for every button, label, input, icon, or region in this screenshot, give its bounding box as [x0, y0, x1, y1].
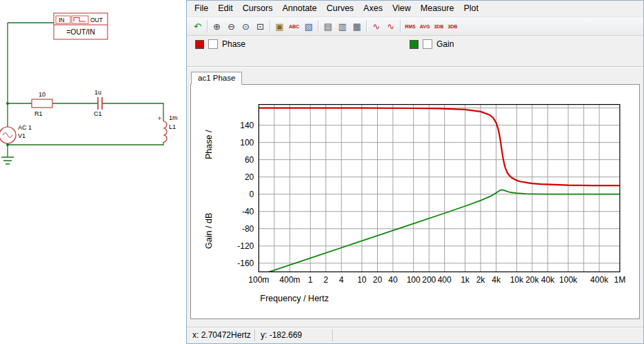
db3-first-button[interactable]: 3DB: [432, 19, 445, 34]
x-tick-label: 4: [339, 275, 344, 285]
capacitor-c1[interactable]: [98, 97, 102, 110]
menu-cursors[interactable]: Cursors: [238, 3, 278, 15]
zoom-rect-icon[interactable]: ⊡: [253, 19, 268, 34]
x-tick-label: 4k: [492, 275, 501, 285]
menu-bar: FileEditCursorsAnnotateCurvesAxesViewMea…: [187, 1, 643, 17]
screenshot-root: IN OUT =OUT/IN 10 R1 1u C1 1m L1 AC 1: [0, 0, 644, 344]
schematic-panel: IN OUT =OUT/IN 10 R1 1u C1 1m L1 AC 1: [0, 0, 186, 344]
x-tick-label: 40k: [541, 275, 555, 285]
x-tick-label: 2: [323, 275, 328, 285]
toolbar-separator: [207, 20, 208, 32]
ground-symbol[interactable]: [1, 157, 14, 164]
grid-horizontal-icon[interactable]: ▤: [321, 19, 335, 34]
probe-in-label: IN: [59, 17, 65, 23]
toolbar-separator: [400, 20, 401, 32]
v1-name: V1: [18, 132, 26, 139]
rising-edge-icon[interactable]: ∿: [369, 19, 383, 34]
avg-button[interactable]: AVG: [418, 19, 432, 34]
r1-name: R1: [34, 110, 43, 117]
x-tick-label: 1M: [614, 275, 626, 285]
x-tick-label: 10: [357, 275, 367, 285]
v1-value: AC 1: [18, 124, 32, 131]
rms-button[interactable]: RMS: [403, 19, 418, 34]
legend-checkbox-phase[interactable]: [208, 39, 218, 49]
undo-icon[interactable]: ↶: [190, 19, 205, 34]
x-tick-label: 100k: [559, 275, 578, 285]
gain-tick-label: -160: [237, 259, 254, 268]
cursor-y-readout: y: -182.669: [255, 330, 333, 341]
x-tick-label: 400m: [279, 275, 300, 285]
legend-entry-phase: Phase: [195, 39, 245, 49]
zoom-full-icon[interactable]: ⊙: [239, 19, 253, 34]
legend-label-phase: Phase: [222, 39, 245, 49]
x-tick-label: 20: [373, 275, 383, 285]
gain-tick-label: -120: [237, 241, 254, 251]
probe-out-label: OUT: [90, 17, 103, 23]
pin-marker: [158, 117, 161, 120]
plot-window: FileEditCursorsAnnotateCurvesAxesViewMea…: [186, 0, 644, 344]
x-tick-label: 400k: [590, 275, 609, 285]
annotate-label-icon[interactable]: ABC: [287, 19, 301, 34]
x-tick-label: 200: [422, 275, 436, 285]
legend-entry-gain: Gain: [410, 39, 454, 49]
tab-ac1-phase[interactable]: ac1 Phase: [191, 72, 242, 85]
x-tick-label: 100m: [248, 275, 269, 285]
bode-probe[interactable]: IN OUT =OUT/IN: [54, 13, 108, 39]
legend-swatch-phase: [195, 40, 204, 49]
status-bar: x: 2.70472Hertz y: -182.669: [187, 327, 643, 343]
phase-tick-label: 20: [245, 172, 254, 182]
phase-axis-label: Phase /: [204, 130, 214, 159]
probe-formula: =OUT/IN: [66, 28, 95, 36]
toolbar: ↶⊕⊖⊙⊡▣ABC▧▤▥▦∿∿RMSAVG3DB3DB: [187, 17, 643, 36]
x-tick-label: 10k: [510, 275, 524, 285]
menu-file[interactable]: File: [190, 3, 213, 15]
menu-edit[interactable]: Edit: [213, 3, 238, 15]
menu-axes[interactable]: Axes: [359, 3, 388, 15]
db3-second-button[interactable]: 3DB: [445, 19, 459, 34]
phase-tick-label: 60: [245, 155, 254, 165]
plot-area[interactable]: [259, 105, 620, 272]
menu-measure[interactable]: Measure: [416, 3, 459, 15]
cursor-x-readout: x: 2.70472Hertz: [187, 330, 255, 341]
x-tick-label: 100: [407, 275, 421, 285]
tab-strip: ac1 Phase: [187, 68, 643, 84]
gain-tick-label: -40: [242, 207, 254, 216]
x-tick-label: 1k: [461, 275, 470, 285]
c1-value: 1u: [94, 89, 101, 96]
wire-mid: [8, 103, 163, 121]
legend-checkbox-gain[interactable]: [423, 39, 432, 49]
gain-tick-label: 0: [250, 190, 254, 199]
menu-annotate[interactable]: Annotate: [277, 3, 321, 15]
r1-value: 10: [39, 91, 46, 98]
legend-label-gain: Gain: [436, 39, 454, 49]
chart-host: 100m400m1241020401002004001k2k4k10k20k40…: [191, 85, 639, 318]
chart-svg: 100m400m1241020401002004001k2k4k10k20k40…: [191, 85, 639, 318]
phase-tick-label: 140: [240, 121, 254, 130]
junction-dot: [6, 102, 9, 105]
l1-value: 1m: [169, 114, 178, 121]
menu-plot[interactable]: Plot: [459, 3, 483, 15]
gain-tick-label: -80: [242, 224, 254, 234]
plot-panel: 100m400m1241020401002004001k2k4k10k20k40…: [190, 84, 640, 319]
l1-name: L1: [169, 123, 176, 130]
x-tick-label: 1: [308, 275, 313, 285]
grid-both-icon[interactable]: ▦: [350, 19, 364, 34]
toolbar-separator: [318, 20, 319, 32]
x-tick-label: 20k: [525, 275, 539, 285]
junction-dot: [6, 143, 9, 146]
x-tick-label: 400: [438, 275, 452, 285]
copy-graph-icon[interactable]: ▣: [272, 19, 287, 34]
resistor-r1[interactable]: [32, 99, 52, 108]
add-axis-icon[interactable]: ▧: [301, 19, 316, 34]
menu-curves[interactable]: Curves: [322, 3, 359, 15]
menu-view[interactable]: View: [388, 3, 416, 15]
zoom-in-icon[interactable]: ⊕: [210, 19, 224, 34]
zoom-out-icon[interactable]: ⊖: [224, 19, 239, 34]
legend-bar: PhaseGain: [187, 37, 643, 52]
schematic: IN OUT =OUT/IN 10 R1 1u C1 1m L1 AC 1: [0, 0, 186, 179]
falling-edge-icon[interactable]: ∿: [383, 19, 398, 34]
inductor-l1[interactable]: [163, 121, 167, 142]
grid-vertical-icon[interactable]: ▥: [335, 19, 350, 34]
phase-tick-label: 100: [240, 138, 254, 148]
gain-axis-label: Gain / dB: [204, 213, 214, 249]
